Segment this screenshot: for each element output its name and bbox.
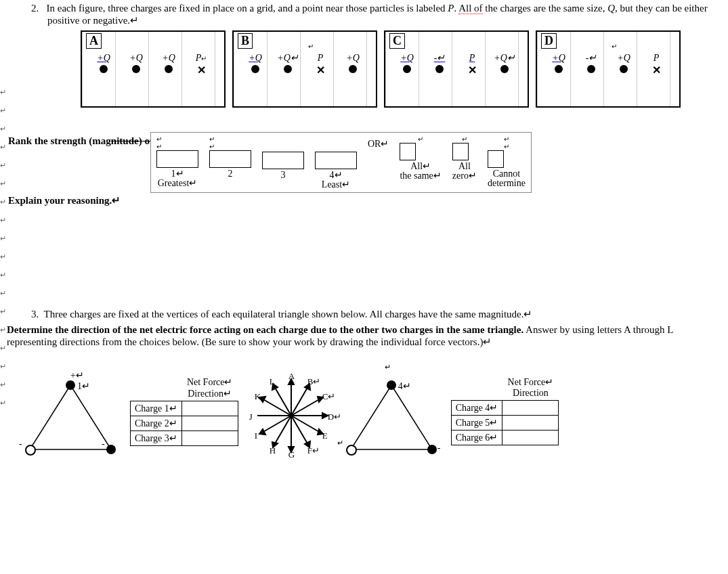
rank-greatest: Greatest↵ [156,179,198,188]
slot-label: +Q [400,53,414,63]
triangle-2: ↵ 4↵ ↵ - 5 6↵ [344,375,439,463]
nf2-r3-input[interactable] [502,430,559,445]
rank-slot-2: ↵↵ 2 [209,135,251,179]
charge-dot [132,65,140,73]
ret-mark: ↵ [612,43,617,50]
nf1-r2: Charge 2↵ [131,416,182,431]
nf2-r1-input[interactable] [502,401,559,416]
rank-all-same: ↵ All↵ the same↵ [400,135,441,181]
svg-marker-0 [30,385,111,449]
nf2-r2-input[interactable] [502,416,559,430]
point-p-mark: ✕ [304,66,337,74]
rank-all-zero: ↵ All zero↵ [452,135,477,181]
nf1-r1-input[interactable] [181,401,238,416]
q3-text: Three charges are fixed at the vertices … [43,309,532,319]
nf2-r2: Charge 5↵ [451,416,502,430]
triangle-row: +↵ 1↵ - - 2 3 Net Force↵Direction↵ Charg… [23,375,725,463]
rank-input-4[interactable] [315,152,357,169]
q3-intro: 3. Three charges are fixed at the vertic… [31,308,725,320]
figure-row: A +Q +Q +Q P↵✕ B ↵ +Q +Q↵ P✕ +Q C +Q -↵ … [81,30,725,108]
charge-dot [251,65,259,73]
charge-dot [100,65,108,73]
node-4 [387,380,396,390]
point-p-mark: ✕ [185,66,217,74]
nf1-r3: Charge 3↵ [131,431,182,446]
direction-compass: A B↵ C↵ D↵ E F↵ G H I J K L [251,375,332,456]
slot-label: P [196,53,202,63]
q2-Q: Q [607,3,615,14]
compass-G: G [288,449,295,460]
svg-marker-18 [259,429,265,435]
slot-label: +Q [249,53,262,63]
point-p-mark: ✕ [640,66,672,74]
rank-or: OR↵ [368,135,389,150]
charge-dot [435,65,444,73]
rank-allsame-box[interactable] [400,143,416,160]
node-4-num: 4↵ [398,380,411,392]
tri2-label-5: 5 [348,465,354,466]
compass-K: K [255,391,261,402]
ret-mark: ↵ [385,363,391,372]
rank-4-label: 4↵ [315,171,357,180]
rank-slot-1: ↵↵ 1↵ Greatest↵ [156,135,198,188]
figure-A: A +Q +Q +Q P↵✕ [81,30,226,108]
ranking-boxes: ↵↵ 1↵ Greatest↵ ↵↵ 2 3 4↵ Least↵ OR↵ ↵ A… [150,132,532,193]
q3-number: 3. [31,309,39,319]
svg-marker-25 [351,385,432,449]
rank-1-label: 1↵ [156,169,198,179]
compass-E: E [322,430,328,441]
charge-dot [165,65,173,73]
figure-D: D ↵ +Q -↵ +Q P✕ [536,30,681,108]
slot-label: P [318,53,324,63]
slot-label: P [654,53,660,63]
slot-label: +Q↵ [494,53,515,63]
charge-dot [500,65,509,73]
compass-A: A [288,371,295,382]
compass-D: D↵ [328,412,341,422]
nf2-r1: Charge 4↵ [451,401,502,416]
rank-input-3[interactable] [262,152,304,169]
rank-2-label: 2 [209,169,251,179]
tri2-label-6: 6↵ [428,464,442,466]
ret-mark: ↵ [308,43,314,50]
svg-marker-8 [322,413,328,418]
charge-dot [587,65,595,73]
nf1-r1: Charge 1↵ [131,401,182,416]
figure-C: C +Q -↵ P✕ +Q↵ [384,30,529,108]
nf1-r3-input[interactable] [181,431,238,446]
q3-block: 3. Three charges are fixed at the vertic… [3,308,725,463]
nf2-r3: Charge 6↵ [451,430,502,445]
charge-dot [403,65,411,73]
rank-input-2[interactable] [209,150,251,168]
node-5 [346,445,357,456]
charge-dot [349,65,357,73]
slot-label: +Q [97,53,110,63]
node-1 [66,380,75,390]
rank-cannot: ↵↵ Cannot determine [488,135,526,188]
slot-label: -↵ [586,53,597,63]
rank-cannot-box[interactable] [488,150,504,168]
charge-dot [555,65,563,73]
rank-slot-3: 3 [262,135,304,180]
rank-slot-4: 4↵ Least↵ [315,135,357,190]
ranking-block: Rank the strength (magnitude) of the net… [8,135,725,206]
rank-input-1[interactable] [156,150,198,168]
figure-label: D [541,33,557,49]
node-5-ret: ↵ [337,439,343,447]
charge-dot [284,65,292,73]
rank-allzero-box[interactable] [452,143,469,160]
slot-label: +Q [552,53,565,63]
explain-prompt: Explain your reasoning.↵ [8,194,725,206]
slot-label: P [469,53,475,63]
compass-B: B↵ [307,376,321,387]
compass-H: H [270,445,276,456]
slot-label: -↵ [434,53,446,63]
slot-label: +Q [162,53,175,63]
table-netforce-2: Net Force↵Direction Charge 4↵ Charge 5↵ … [451,375,559,445]
figure-label: C [389,33,405,49]
nf2-header: Net Force↵Direction [502,375,559,401]
node-1-sign: +↵ [70,370,84,381]
nf1-r2-input[interactable] [181,416,238,431]
figure-B: B ↵ +Q +Q↵ P✕ +Q [232,30,377,108]
node-6-sign: - [437,443,441,454]
